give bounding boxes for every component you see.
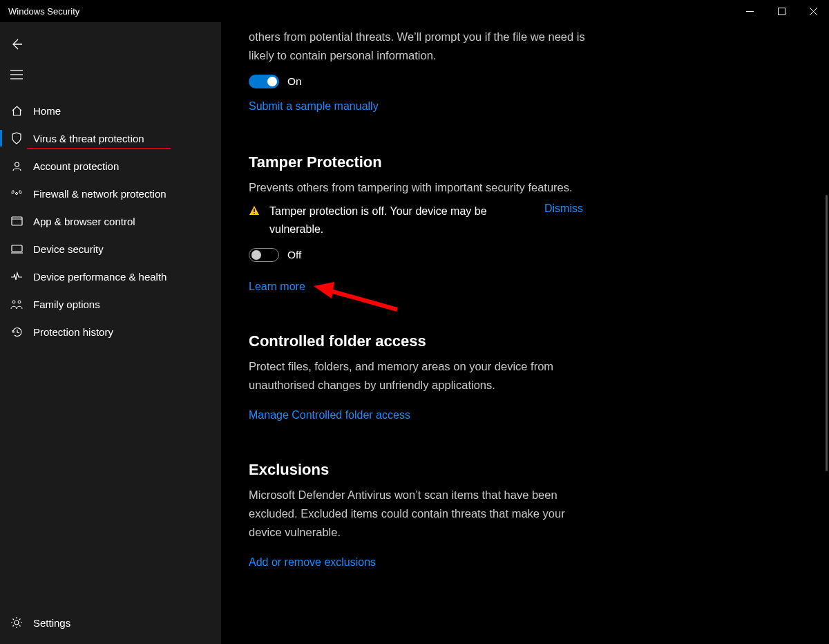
sidebar-item-label: Settings <box>33 617 70 629</box>
sidebar-item-firewall[interactable]: Firewall & network protection <box>0 180 221 207</box>
sidebar-item-label: Family options <box>33 299 100 310</box>
device-security-icon <box>8 245 25 254</box>
tamper-warning-row: Tamper protection is off. Your device ma… <box>249 202 636 238</box>
sidebar-item-app-browser[interactable]: App & browser control <box>0 207 221 235</box>
window-controls <box>734 0 829 22</box>
warning-text: Tamper protection is off. Your device ma… <box>269 202 539 238</box>
sidebar-item-home[interactable]: Home <box>0 97 221 124</box>
sidebar-item-label: Firewall & network protection <box>33 188 166 200</box>
dismiss-link[interactable]: Dismiss <box>544 202 583 215</box>
hamburger-button[interactable] <box>3 61 30 88</box>
firewall-icon <box>8 189 25 198</box>
svg-point-7 <box>15 162 19 167</box>
history-icon <box>8 326 25 338</box>
titlebar: Windows Security <box>0 0 829 22</box>
sidebar-item-label: Device security <box>33 243 104 255</box>
sidebar-item-device-security[interactable]: Device security <box>0 235 221 263</box>
family-icon <box>8 299 25 310</box>
gear-icon <box>8 616 25 629</box>
sidebar-item-account-protection[interactable]: Account protection <box>0 152 221 180</box>
sidebar-item-label: Protection history <box>33 326 113 338</box>
sidebar-item-settings[interactable]: Settings <box>0 607 221 638</box>
sidebar-item-label: Virus & threat protection <box>33 133 144 144</box>
annotation-underline <box>27 148 171 149</box>
exclusions-section: Exclusions Microsoft Defender Antivirus … <box>249 461 636 571</box>
sidebar-nav: Home Virus & threat protection Account p… <box>0 97 221 345</box>
sidebar-item-label: Device performance & health <box>33 271 166 283</box>
section-title: Tamper Protection <box>249 153 636 171</box>
account-icon <box>8 160 25 172</box>
sidebar-item-label: Account protection <box>33 160 119 172</box>
svg-point-15 <box>15 621 19 625</box>
toggle-label: Off <box>287 249 301 261</box>
vertical-scrollbar[interactable] <box>825 22 828 644</box>
windows-security-window: Windows Security <box>0 0 829 644</box>
window-title: Windows Security <box>8 6 79 17</box>
sidebar-item-label: Home <box>33 105 61 117</box>
sidebar: Home Virus & threat protection Account p… <box>0 22 221 644</box>
main-content: others from potential threats. We’ll pro… <box>221 22 829 644</box>
exclusions-link[interactable]: Add or remove exclusions <box>249 554 376 571</box>
controlled-folder-access-section: Controlled folder access Protect files, … <box>249 332 636 424</box>
back-button[interactable] <box>3 30 30 58</box>
tamper-protection-toggle[interactable] <box>249 248 279 262</box>
app-browser-icon <box>8 216 25 226</box>
section-desc: Protect files, folders, and memory areas… <box>249 357 584 395</box>
sidebar-item-label: App & browser control <box>33 216 135 227</box>
tamper-protection-section: Tamper Protection Prevents others from t… <box>249 153 636 295</box>
section-title: Exclusions <box>249 461 636 479</box>
svg-point-13 <box>12 301 15 303</box>
home-icon <box>8 105 25 117</box>
warning-icon <box>249 205 260 219</box>
sidebar-item-protection-history[interactable]: Protection history <box>0 318 221 345</box>
health-icon <box>8 272 25 281</box>
learn-more-link[interactable]: Learn more <box>249 278 305 295</box>
svg-rect-1 <box>778 8 785 15</box>
sidebar-item-family[interactable]: Family options <box>0 290 221 318</box>
minimize-button[interactable] <box>734 0 765 22</box>
shield-icon <box>8 132 25 144</box>
svg-rect-11 <box>12 245 22 252</box>
sample-submission-desc-partial: others from potential threats. We’ll pro… <box>249 28 587 65</box>
submit-sample-link[interactable]: Submit a sample manually <box>249 98 379 115</box>
sample-submission-toggle[interactable] <box>249 75 279 88</box>
sidebar-item-virus-threat[interactable]: Virus & threat protection <box>0 124 221 152</box>
close-button[interactable] <box>797 0 829 22</box>
section-title: Controlled folder access <box>249 332 636 350</box>
toggle-label: On <box>287 75 302 88</box>
svg-rect-18 <box>254 213 255 214</box>
sidebar-item-device-performance[interactable]: Device performance & health <box>0 263 221 290</box>
svg-rect-17 <box>254 209 255 212</box>
svg-point-8 <box>16 193 18 195</box>
manage-cfa-link[interactable]: Manage Controlled folder access <box>249 407 410 424</box>
svg-point-14 <box>18 301 21 303</box>
svg-rect-9 <box>12 217 22 225</box>
section-desc: Prevents others from tampering with impo… <box>249 178 573 197</box>
section-desc: Microsoft Defender Antivirus won’t scan … <box>249 486 594 542</box>
maximize-button[interactable] <box>765 0 797 22</box>
